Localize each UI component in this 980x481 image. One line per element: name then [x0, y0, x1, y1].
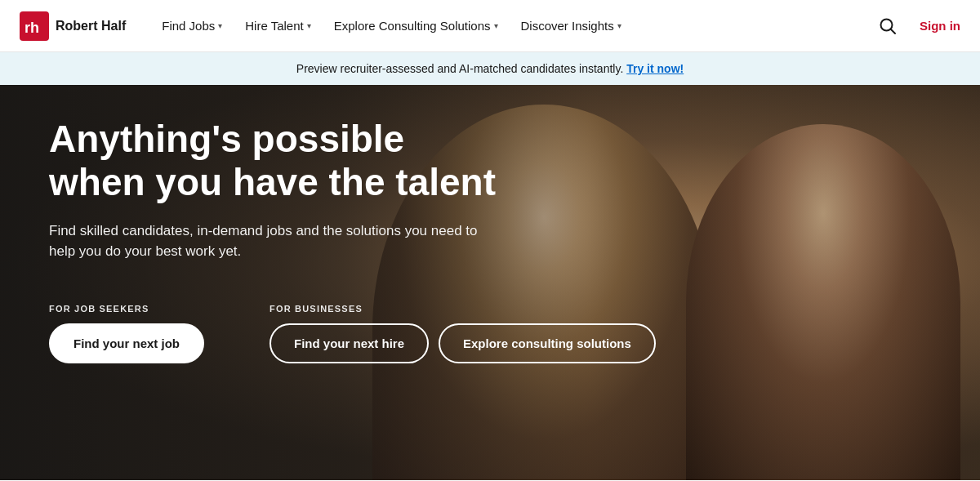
- logo-text: Robert Half: [56, 19, 126, 33]
- header-right: Sign in: [872, 11, 960, 42]
- business-group: FOR BUSINESSES Find your next hire Explo…: [270, 304, 656, 363]
- hero-section: Anything's possible when you have the ta…: [0, 85, 980, 480]
- for-businesses-label: FOR BUSINESSES: [270, 304, 656, 314]
- main-header: rh Robert Half Find Jobs ▾ Hire Talent ▾…: [0, 0, 980, 52]
- hero-headline: Anything's possible when you have the ta…: [49, 118, 506, 204]
- svg-line-3: [891, 29, 896, 33]
- nav-hire-talent[interactable]: Hire Talent ▾: [235, 12, 320, 39]
- search-icon: [879, 17, 897, 35]
- hero-content: Anything's possible when you have the ta…: [0, 85, 555, 396]
- hero-subtext: Find skilled candidates, in-demand jobs …: [49, 220, 506, 262]
- svg-text:rh: rh: [24, 20, 39, 36]
- nav-consulting[interactable]: Explore Consulting Solutions ▾: [324, 12, 508, 39]
- job-seeker-label: FOR JOB SEEKERS: [49, 304, 204, 314]
- sign-in-link[interactable]: Sign in: [920, 19, 960, 33]
- nav-find-jobs[interactable]: Find Jobs ▾: [152, 12, 232, 39]
- chevron-down-icon: ▾: [307, 21, 311, 30]
- chevron-down-icon: ▾: [218, 21, 222, 30]
- nav-insights[interactable]: Discover Insights ▾: [511, 12, 631, 39]
- logo-icon: rh: [20, 11, 49, 41]
- job-seeker-group: FOR JOB SEEKERS Find your next job: [49, 304, 204, 363]
- main-nav: Find Jobs ▾ Hire Talent ▾ Explore Consul…: [152, 12, 872, 39]
- cta-section: FOR JOB SEEKERS Find your next job FOR B…: [49, 292, 506, 363]
- promo-banner: Preview recruiter-assessed and AI-matche…: [0, 52, 980, 85]
- banner-cta-link[interactable]: Try it now!: [626, 62, 684, 75]
- banner-text: Preview recruiter-assessed and AI-matche…: [296, 62, 624, 75]
- chevron-down-icon: ▾: [494, 21, 498, 30]
- explore-consulting-button[interactable]: Explore consulting solutions: [439, 323, 656, 363]
- find-next-job-button[interactable]: Find your next job: [49, 323, 204, 363]
- logo[interactable]: rh Robert Half: [20, 11, 126, 41]
- find-next-hire-button[interactable]: Find your next hire: [270, 323, 429, 363]
- business-buttons: Find your next hire Explore consulting s…: [270, 323, 656, 363]
- chevron-down-icon: ▾: [617, 21, 621, 30]
- search-button[interactable]: [872, 11, 903, 42]
